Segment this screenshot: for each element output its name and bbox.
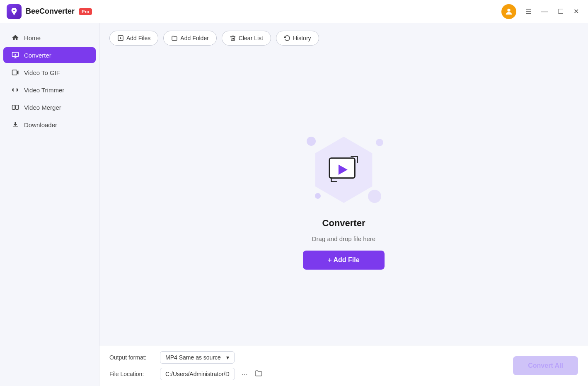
sidebar-item-home-label: Home (24, 34, 41, 41)
video-trimmer-icon (12, 86, 19, 94)
bubble-1 (307, 137, 316, 146)
svg-marker-2 (15, 54, 17, 56)
file-location-value: C:/Users/Administrator/D (165, 371, 230, 377)
bubble-2 (315, 193, 321, 199)
sidebar-item-video-merger[interactable]: Video Merger (3, 99, 96, 115)
history-icon (284, 35, 290, 41)
sidebar-item-converter-label: Converter (24, 52, 51, 59)
history-button[interactable]: History (276, 31, 319, 46)
file-location-row: File Location: C:/Users/Administrator/D … (109, 368, 263, 380)
bubble-3 (376, 139, 383, 146)
menu-button[interactable]: ☰ (523, 6, 534, 17)
convert-all-button[interactable]: Convert All (513, 356, 578, 375)
add-folder-button[interactable]: Add Folder (163, 31, 216, 46)
video-merger-icon (12, 104, 19, 111)
sidebar: Home Converter Video To GIF Video Trimme… (0, 23, 99, 386)
sidebar-item-video-to-gif[interactable]: Video To GIF (3, 65, 96, 80)
add-files-icon (117, 35, 124, 41)
title-bar: BeeConverter Pro ☰ — ☐ ✕ (0, 0, 588, 23)
add-files-button[interactable]: Add Files (109, 31, 158, 46)
file-location-label: File Location: (109, 371, 155, 377)
add-file-button[interactable]: + Add File (303, 251, 384, 270)
sidebar-item-video-merger-label: Video Merger (24, 104, 61, 111)
close-button[interactable]: ✕ (571, 6, 581, 17)
user-icon-button[interactable] (501, 4, 516, 19)
svg-rect-5 (16, 105, 19, 110)
home-icon (12, 34, 19, 41)
downloader-icon (12, 121, 19, 128)
window-controls: ☰ — ☐ ✕ (523, 6, 581, 17)
more-options-button[interactable]: ··· (242, 370, 248, 379)
app-name: BeeConverter (26, 7, 75, 16)
drop-area-subtitle: Drag and drop file here (312, 235, 375, 242)
svg-point-0 (507, 8, 510, 11)
sidebar-item-downloader[interactable]: Downloader (3, 117, 96, 133)
app-logo (7, 4, 22, 19)
minimize-button[interactable]: — (539, 6, 550, 17)
sidebar-item-video-trimmer-label: Video Trimmer (24, 87, 64, 94)
svg-rect-3 (12, 70, 17, 75)
add-folder-icon (171, 35, 178, 41)
converter-icon (12, 51, 19, 59)
drop-area-title: Converter (322, 218, 365, 229)
pro-badge: Pro (79, 8, 92, 15)
drop-area: Converter Drag and drop file here + Add … (99, 53, 588, 345)
clear-list-button[interactable]: Clear List (222, 31, 271, 46)
convert-icon (327, 154, 361, 185)
bottom-fields: Output format: MP4 Same as source ▾ File… (109, 351, 263, 380)
browse-folder-button[interactable] (254, 369, 263, 379)
output-format-select[interactable]: MP4 Same as source ▾ (160, 351, 235, 364)
sidebar-item-home[interactable]: Home (3, 30, 96, 46)
title-bar-right: ☰ — ☐ ✕ (501, 4, 581, 19)
main-content: Add Files Add Folder Clear List History (99, 23, 588, 386)
bottom-bar: Output format: MP4 Same as source ▾ File… (99, 345, 588, 386)
sidebar-item-downloader-label: Downloader (24, 121, 57, 128)
sidebar-item-video-to-gif-label: Video To GIF (24, 69, 60, 76)
sidebar-item-converter[interactable]: Converter (3, 47, 96, 63)
bubble-4 (368, 190, 381, 203)
title-bar-left: BeeConverter Pro (7, 4, 92, 19)
video-to-gif-icon (12, 69, 19, 76)
file-location-field: C:/Users/Administrator/D (160, 368, 235, 380)
output-format-row: Output format: MP4 Same as source ▾ (109, 351, 263, 364)
toolbar: Add Files Add Folder Clear List History (99, 23, 588, 53)
chevron-down-icon: ▾ (226, 354, 229, 361)
maximize-button[interactable]: ☐ (555, 6, 566, 17)
drop-illustration (302, 128, 385, 211)
sidebar-item-video-trimmer[interactable]: Video Trimmer (3, 82, 96, 98)
app-body: Home Converter Video To GIF Video Trimme… (0, 23, 588, 386)
output-format-value: MP4 Same as source (165, 354, 221, 361)
svg-rect-4 (12, 105, 15, 110)
output-format-label: Output format: (109, 354, 155, 361)
clear-list-icon (230, 35, 236, 41)
